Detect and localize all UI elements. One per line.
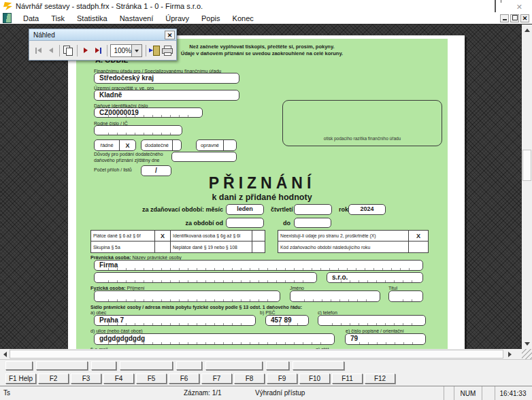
- f12-button[interactable]: F12: [365, 373, 395, 384]
- tax-form: Než začnete vyplňovat tiskopis, přečtěte…: [76, 39, 448, 349]
- f3-button[interactable]: F3: [71, 373, 101, 384]
- prilohy-label: Počet příloh / listů: [94, 167, 132, 173]
- vertical-scroll-thumb[interactable]: [522, 150, 531, 181]
- window-controls: ✕: [474, 0, 532, 12]
- status-record-count: Záznam: 1/1: [184, 389, 222, 397]
- ctvrtleti-label: čtvrtletí: [271, 206, 293, 213]
- scroll-left-button[interactable]: [0, 349, 10, 359]
- prijmeni-field: [94, 290, 280, 302]
- horizontal-scroll-thumb[interactable]: [10, 350, 503, 359]
- f7-button[interactable]: F7: [201, 373, 232, 384]
- arrow-down-icon: [525, 342, 530, 348]
- neplatce-label: Neplátce daně § 19 nebo § 108: [171, 241, 252, 252]
- exit-door-icon: [149, 46, 160, 55]
- print-button[interactable]: [161, 44, 173, 57]
- toolbar-button-row: [0, 359, 532, 371]
- mdi-minimize-button[interactable]: [500, 14, 509, 22]
- next-page-button[interactable]: [79, 44, 92, 57]
- minimize-icon: [503, 19, 507, 20]
- form-subtitle: k dani z přidané hodnoty: [76, 193, 448, 202]
- menu-tisk[interactable]: Tisk: [45, 12, 71, 24]
- vertical-scrollbar[interactable]: [522, 24, 532, 349]
- function-key-row: F1 Help F2 F3 F4 F5 F6 F7 F8 F9 F10 F11 …: [0, 371, 532, 386]
- arrow-up-icon: [525, 26, 530, 32]
- period-label: za zdaňovací období: měsíc: [76, 206, 223, 213]
- menu-statistika[interactable]: Statistika: [71, 12, 114, 24]
- menu-data[interactable]: Data: [17, 12, 45, 24]
- last-page-button[interactable]: [92, 44, 105, 57]
- obdobi-label: za období od: [76, 220, 223, 227]
- f5-button[interactable]: F5: [136, 373, 167, 384]
- f1-help-button[interactable]: F1 Help: [5, 373, 36, 384]
- previous-page-button[interactable]: [45, 44, 58, 57]
- blank-button[interactable]: [205, 361, 263, 370]
- opravne-checkbox: opravné: [196, 139, 237, 151]
- status-blank-panel: [482, 386, 495, 400]
- f10-button[interactable]: F10: [299, 373, 330, 384]
- f2-button[interactable]: F2: [38, 373, 69, 384]
- neplatce-value: [252, 241, 265, 252]
- form-title: PŘIZNÁNÍ: [76, 174, 448, 193]
- obec-field: Praha 7: [94, 315, 256, 326]
- f4-button[interactable]: F4: [103, 373, 134, 384]
- mesic-field: leden: [226, 204, 264, 215]
- toolbar-separator: [59, 45, 60, 56]
- f8-button[interactable]: F8: [234, 373, 265, 384]
- psc-field: 457 89: [265, 315, 309, 326]
- blank-button[interactable]: [36, 361, 88, 370]
- chevron-down-icon: [135, 50, 139, 54]
- menu-upravy[interactable]: Úpravy: [159, 12, 195, 24]
- radne-label: řádné: [95, 140, 119, 150]
- blank-button[interactable]: [91, 361, 116, 370]
- ident-label: Identifikovaná osoba § 6g až § 6l: [171, 231, 252, 241]
- rok-field: 2024: [348, 204, 386, 215]
- menu-popis[interactable]: Popis: [195, 12, 227, 24]
- resize-grip[interactable]: [522, 349, 532, 359]
- preview-toolbar-window: Náhled ✕ 100%: [29, 29, 177, 61]
- go-to-page-button[interactable]: [62, 44, 75, 57]
- opravne-value: [223, 140, 236, 150]
- menubar: Data Tisk Statistika Nastavení Úpravy Po…: [0, 12, 532, 24]
- scroll-right-button[interactable]: [505, 349, 515, 359]
- zoom-select[interactable]: 100%: [110, 44, 142, 57]
- titul-field: [388, 290, 423, 302]
- toolbar-separator: [146, 45, 146, 56]
- obdobi-od-field: [226, 218, 264, 228]
- status-clock: 16:41:33: [495, 386, 531, 400]
- platce-label: Plátce daně § 6 až § 6f: [91, 231, 155, 241]
- f11-button[interactable]: F11: [332, 373, 363, 384]
- blank-button[interactable]: [293, 361, 344, 370]
- prev-arrow-icon: [49, 48, 53, 53]
- scroll-down-button[interactable]: [522, 339, 532, 349]
- restore-button[interactable]: [495, 0, 496, 12]
- menu-nastaveni[interactable]: Nastavení: [114, 12, 160, 24]
- first-page-button[interactable]: [32, 44, 45, 57]
- ctvrtleti-field: [294, 204, 332, 215]
- close-preview-button[interactable]: [148, 44, 161, 57]
- blank-button[interactable]: [120, 361, 173, 370]
- do-label: do: [283, 220, 290, 227]
- ident-value: [252, 231, 265, 241]
- preview-toolbar-titlebar[interactable]: Náhled ✕: [29, 29, 176, 41]
- preview-area: Než začnete vyplňovat tiskopis, přečtěte…: [0, 24, 522, 349]
- mdi-close-button[interactable]: ✕: [520, 14, 529, 22]
- f9-button[interactable]: F9: [267, 373, 297, 384]
- blank-button[interactable]: [5, 361, 33, 370]
- radne-value: X: [119, 140, 135, 150]
- menu-konec[interactable]: Konec: [227, 12, 260, 24]
- scroll-up-button[interactable]: [522, 24, 532, 35]
- rok-label: rok: [339, 206, 348, 213]
- horizontal-scrollbar[interactable]: [0, 349, 532, 359]
- preview-close-button[interactable]: ✕: [165, 31, 175, 39]
- blank-button[interactable]: [176, 361, 202, 370]
- jmeno-field: [290, 290, 380, 302]
- zoom-dropdown-button[interactable]: [131, 45, 142, 56]
- f6-button[interactable]: F6: [169, 373, 199, 384]
- close-button[interactable]: ✕: [516, 0, 522, 12]
- kod-label: Kód zdaňovacího období následujícího rok…: [278, 241, 409, 252]
- blank-button[interactable]: [266, 361, 289, 370]
- toolbar-separator: [77, 45, 78, 56]
- mdi-restore-button[interactable]: [510, 14, 519, 22]
- payer-type-table: Plátce daně § 6 až § 6f X Identifikovaná…: [90, 230, 265, 253]
- next-arrow-icon: [95, 48, 99, 53]
